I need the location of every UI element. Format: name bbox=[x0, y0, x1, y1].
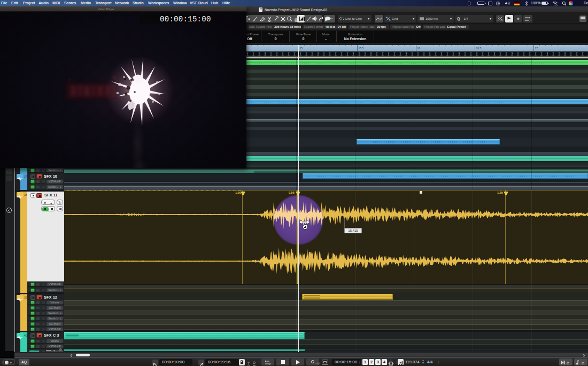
svg-text:e: e bbox=[567, 361, 569, 365]
svg-text:e: e bbox=[582, 361, 584, 365]
